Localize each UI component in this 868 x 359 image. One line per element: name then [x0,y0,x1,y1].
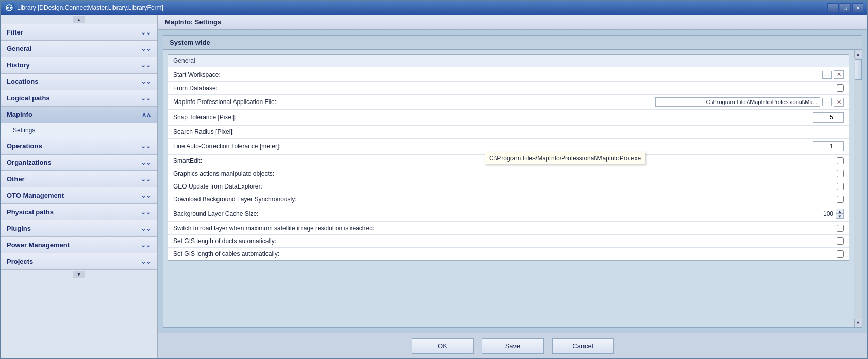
main-window: Library [DDesign.ConnectMaster.Library.L… [0,0,868,359]
sidebar-item-mapinfo-label: MapInfo [7,111,32,118]
bg-cache-value: 100 [823,210,833,217]
sidebar-item-logical-paths-chevron: ⌄⌄ [141,95,151,102]
right-panel: MapInfo: Settings System wide General [158,15,867,358]
start-workspace-browse-button[interactable]: ··· [822,71,832,79]
svg-point-2 [10,7,12,9]
panel-header-text: MapInfo: Settings [165,18,221,26]
sidebar-item-filter[interactable]: Filter ⌄⌄ [1,24,157,41]
sidebar-item-plugins-label: Plugins [7,225,31,232]
row-value-search-radius: C:\Program Files\MapInfo\Professional\Ma… [577,126,849,139]
sidebar-item-filter-chevron: ⌄⌄ [141,29,151,36]
sidebar-item-filter-label: Filter [7,28,23,36]
section-title-text: System wide [170,39,210,46]
sidebar-item-oto-label: OTO Management [7,192,64,199]
row-label-switch-road-layer: Switch to road layer when maximum satell… [168,222,577,235]
sidebar-item-general-label: General [7,45,31,53]
mapinfo-app-file-browse-button[interactable]: ··· [822,98,832,106]
row-label-geo-update: GEO Update from DataExplorer: [168,180,577,193]
tooltip-text: C:\Program Files\MapInfo\Professional\Ma… [489,155,641,162]
sidebar-item-other[interactable]: Other ⌄⌄ [1,171,157,187]
set-gis-cables-checkbox[interactable] [837,250,844,258]
sidebar-sub-item-settings[interactable]: Settings [1,123,157,138]
scroll-up-button[interactable]: ▲ [854,50,862,58]
sidebar-item-power-management-label: Power Management [7,241,70,249]
settings-scroll[interactable]: General Start Workspace: [163,50,854,327]
row-label-download-bg-layer: Download Background Layer Synchronously: [168,193,577,206]
table-row: Start Workspace: ··· ✕ [168,67,849,82]
sidebar-item-oto-chevron: ⌄⌄ [141,192,151,199]
bottom-bar: OK Save Cancel [158,333,867,358]
sidebar-item-mapinfo-chevron: ∧∧ [142,111,151,118]
row-value-graphics-actions [577,167,849,180]
sidebar-item-operations-label: Operations [7,142,42,150]
sidebar-scroll-top: ▲ [1,15,157,24]
sidebar-scroll-up[interactable]: ▲ [73,16,85,23]
table-row: GEO Update from DataExplorer: [168,180,849,193]
settings-container: System wide General [163,35,862,328]
scroll-track [855,58,862,319]
sidebar-item-mapinfo[interactable]: MapInfo ∧∧ [1,107,157,123]
sidebar-item-operations[interactable]: Operations ⌄⌄ [1,138,157,155]
switch-road-layer-checkbox[interactable] [837,225,844,232]
save-button[interactable]: Save [482,338,544,354]
graphics-actions-checkbox[interactable] [837,170,844,177]
sidebar-item-other-label: Other [7,175,25,183]
download-bg-layer-checkbox[interactable] [837,196,844,203]
sidebar-item-other-chevron: ⌄⌄ [141,176,151,183]
sidebar-item-projects[interactable]: Projects ⌄⌄ [1,253,157,270]
row-value-from-database [577,82,849,95]
smart-edit-checkbox[interactable] [837,157,844,164]
ok-button[interactable]: OK [412,338,474,354]
line-autocorrection-input[interactable] [813,141,844,151]
mapinfo-app-file-clear-button[interactable]: ✕ [834,98,844,107]
sidebar-item-organizations[interactable]: Organizations ⌄⌄ [1,155,157,171]
row-value-mapinfo-app-file: C:\Program Files\MapInfo\Professional\Ma… [577,95,849,110]
minimize-button[interactable]: − [827,3,839,12]
row-value-download-bg-layer [577,193,849,206]
scroll-down-button[interactable]: ▼ [854,319,862,327]
sidebar-item-power-management-chevron: ⌄⌄ [141,242,151,249]
sidebar-item-oto-management[interactable]: OTO Management ⌄⌄ [1,187,157,204]
table-row: Set GIS length of ducts automatically: [168,235,849,248]
cancel-button[interactable]: Cancel [552,338,614,354]
sidebar-item-operations-chevron: ⌄⌄ [141,143,151,150]
table-row: Switch to road layer when maximum satell… [168,222,849,235]
settings-table: Start Workspace: ··· ✕ [168,67,849,260]
row-label-set-gis-ducts: Set GIS length of ducts automatically: [168,235,577,248]
sidebar: ▲ Filter ⌄⌄ General ⌄⌄ History ⌄⌄ Locati… [1,15,158,358]
scroll-wrapper: General Start Workspace: [163,50,862,327]
from-database-checkbox[interactable] [837,84,844,92]
sidebar-item-organizations-label: Organizations [7,159,52,166]
sidebar-item-projects-chevron: ⌄⌄ [141,258,151,265]
snap-tolerance-input[interactable] [813,112,844,123]
scroll-thumb[interactable] [855,59,862,80]
sidebar-item-locations[interactable]: Locations ⌄⌄ [1,74,157,90]
start-workspace-clear-button[interactable]: ✕ [834,70,844,79]
set-gis-ducts-checkbox[interactable] [837,237,844,245]
bg-cache-spin-up[interactable]: ▲ [836,209,844,214]
sidebar-item-history-chevron: ⌄⌄ [141,62,151,69]
bg-cache-spin-down[interactable]: ▼ [836,214,844,219]
table-row: Search Radius [Pixel]: C:\Program Files\… [168,126,849,139]
sidebar-item-physical-paths[interactable]: Physical paths ⌄⌄ [1,204,157,220]
sidebar-item-power-management[interactable]: Power Management ⌄⌄ [1,237,157,253]
sidebar-item-locations-label: Locations [7,78,38,86]
table-row: Snap Tolerance [Pixel]: [168,110,849,126]
sidebar-item-plugins[interactable]: Plugins ⌄⌄ [1,220,157,237]
maximize-button[interactable]: □ [840,3,851,12]
v-scrollbar: ▲ ▼ [854,50,862,327]
sidebar-item-history-label: History [7,61,30,69]
sidebar-item-plugins-chevron: ⌄⌄ [141,225,151,232]
row-label-graphics-actions: Graphics actions manipulate objects: [168,167,577,180]
general-section: General Start Workspace: [168,54,849,261]
sidebar-item-locations-chevron: ⌄⌄ [141,78,151,86]
sidebar-item-general[interactable]: General ⌄⌄ [1,41,157,57]
sidebar-item-history[interactable]: History ⌄⌄ [1,57,157,74]
close-button[interactable]: ✕ [852,3,863,12]
row-value-set-gis-ducts [577,235,849,248]
sidebar-item-logical-paths[interactable]: Logical paths ⌄⌄ [1,90,157,107]
section-title: System wide [163,36,862,50]
sidebar-scroll-down[interactable]: ▼ [73,271,85,278]
geo-update-checkbox[interactable] [837,183,844,190]
title-bar: Library [DDesign.ConnectMaster.Library.L… [1,1,867,15]
